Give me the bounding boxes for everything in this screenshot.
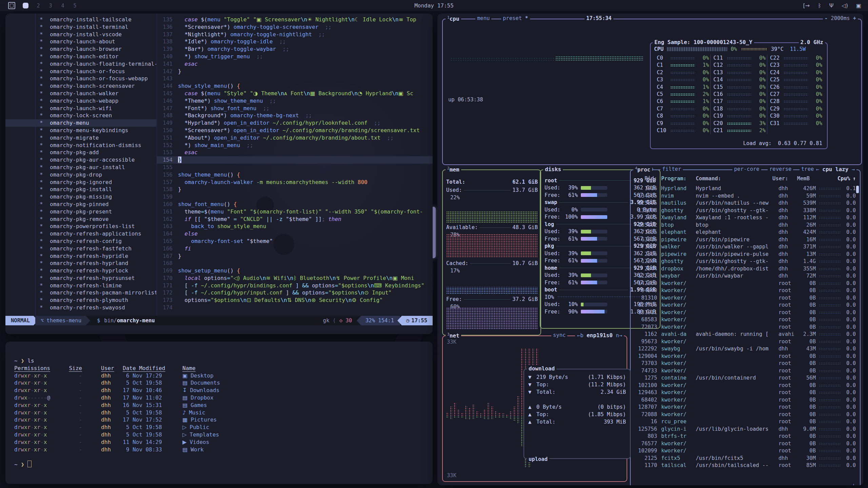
file-item[interactable]: *omarchy-refresh-swayosd xyxy=(5,304,156,311)
process-row[interactable]: 135162btopbtopdhh26M0.0 xyxy=(635,222,856,229)
process-row[interactable]: 74733kworker/root0B0.0 xyxy=(635,367,856,375)
file-item[interactable]: *omarchy-migrate xyxy=(5,134,156,142)
file-item[interactable]: *omarchy-launch-wifi xyxy=(5,105,156,112)
memory-box-title[interactable]: 2mem xyxy=(446,166,461,173)
file-item[interactable]: *omarchy-pkg-aur-accessible xyxy=(5,156,156,164)
file-item[interactable]: *omarchy-refresh-pacman-mirrorlist xyxy=(5,289,156,297)
file-item[interactable]: *omarchy-launch-or-focus-webapp xyxy=(5,75,156,82)
process-row[interactable]: 16rcu_preeroot0B0.0 xyxy=(635,418,856,426)
menu-button[interactable]: menu xyxy=(475,15,491,21)
file-item[interactable]: *omarchy-pkg-aur-install xyxy=(5,164,156,171)
network-icon[interactable]: Ψ xyxy=(829,2,834,9)
file-item[interactable]: *omarchy-pkg-install xyxy=(5,186,156,193)
file-item[interactable]: *omarchy-powerprofiles-list xyxy=(5,223,156,230)
process-row[interactable]: 129004kworker/root0B0.0 xyxy=(635,353,856,360)
process-row[interactable]: 68583kworker/root0B0.0 xyxy=(635,316,856,324)
process-row[interactable]: 72073kworker/root0B0.0 xyxy=(635,324,856,331)
volume-icon[interactable]: ◁) xyxy=(842,2,848,9)
file-item[interactable]: *omarchy-install-tailscale xyxy=(5,16,156,23)
workspace-2[interactable]: 2 xyxy=(36,3,41,9)
net-sync-button[interactable]: sync xyxy=(551,332,567,338)
file-item[interactable]: *omarchy-launch-editor xyxy=(5,53,156,60)
workspace-3[interactable]: 3 xyxy=(48,3,53,9)
workspace-5[interactable]: 5 xyxy=(73,3,77,9)
process-row[interactable]: 122301waybar/usr/bin/waybardhh72M0.0 xyxy=(635,272,856,280)
scroll-down-arrow[interactable]: ↓ xyxy=(852,482,855,485)
process-row[interactable]: 63816pipewire/usr/bin/pipewiredhh16M0.0 xyxy=(635,236,856,244)
process-row[interactable]: 71835elephantelephantdhh424M0.0 xyxy=(635,229,856,236)
file-item[interactable]: *omarchy-pkg-missing xyxy=(5,193,156,201)
network-box-title[interactable]: 3net xyxy=(446,332,461,339)
process-row[interactable]: 102099kworker/root0B0.0 xyxy=(635,447,856,455)
process-row[interactable]: 142360kworker/root0B0.0 xyxy=(635,280,856,287)
update-interval[interactable]: - 2000ms + xyxy=(823,15,858,21)
logout-icon[interactable]: [→ xyxy=(803,2,810,9)
process-row[interactable]: 2125fcitx5/usr/bin/fcitx5dhh30M0.0 xyxy=(635,455,856,462)
file-item[interactable]: *omarchy-refresh-plymouth xyxy=(5,297,156,304)
process-row[interactable]: 73703kworker/root0B0.0 xyxy=(635,360,856,367)
process-row[interactable]: 803btrfs-trroot0B0.0 xyxy=(635,433,856,440)
file-item[interactable]: *omarchy-launch-webapp xyxy=(5,97,156,105)
process-row[interactable]: 1275containe/usr/bin/containerdroot56M0.… xyxy=(635,374,856,382)
file-item[interactable]: *omarchy-menu-keybindings xyxy=(5,127,156,134)
file-item[interactable]: *omarchy-launch-floating-terminal- xyxy=(5,60,156,68)
file-item[interactable]: *omarchy-lock-screen xyxy=(5,112,156,119)
file-item[interactable]: *omarchy-pkg-drop xyxy=(5,171,156,179)
process-row[interactable]: 128706kworker/root0B0.0 xyxy=(635,302,856,309)
process-row[interactable]: 134565nvimnvim --embed .dhh59M0.0 xyxy=(635,192,856,200)
cpu-box-title[interactable]: 1cpu xyxy=(446,15,461,22)
file-item[interactable]: *omarchy-refresh-hyprlock xyxy=(5,267,156,274)
screen-capture-icon[interactable] xyxy=(8,2,15,9)
file-item[interactable]: *omarchy-launch-screensaver xyxy=(5,82,156,90)
process-row[interactable]: 102100kworker/root0B0.0 xyxy=(635,382,856,389)
file-item[interactable]: *omarchy-pkg-add xyxy=(5,149,156,156)
process-row[interactable]: 94540kworker/root0B0.0 xyxy=(635,287,856,294)
filter-button[interactable]: filter xyxy=(660,166,683,172)
file-item[interactable]: *omarchy-pkg-present xyxy=(5,208,156,216)
bluetooth-icon[interactable]: ᛒ xyxy=(818,2,821,9)
process-row[interactable]: 2544dropbox/home/dhh/.dropbox-distdhh355… xyxy=(635,265,856,273)
sort-selector[interactable]: ← cpu lazy → xyxy=(814,166,856,172)
file-item[interactable]: *omarchy-refresh-applications xyxy=(5,230,156,238)
process-row[interactable]: 129463kworker/root0B0.0 xyxy=(635,389,856,396)
process-scrollbar[interactable] xyxy=(856,186,859,193)
process-row[interactable]: 71837walker/usr/bin/walker --gappldhh371… xyxy=(635,243,856,251)
process-row[interactable]: 2075XwaylandXwayland :1 -rootless -dhh11… xyxy=(635,214,856,222)
file-item[interactable]: *omarchy-install-terminal xyxy=(5,23,156,31)
process-row[interactable]: 72088kworker/root0B0.0 xyxy=(635,411,856,419)
tree-button[interactable]: tree xyxy=(800,166,815,172)
process-row[interactable]: 68402kworker/root0B0.0 xyxy=(635,396,856,404)
process-row[interactable]: 1916HyprlandHyprlanddhh426M0.1 xyxy=(635,185,856,192)
file-item[interactable]: *omarchy-refresh-config xyxy=(5,238,156,245)
file-item[interactable]: *omarchy-refresh-hypridle xyxy=(5,252,156,260)
process-row[interactable]: 12244ghostty/usr/bin/ghostty --gtk-dhh1.… xyxy=(635,258,856,265)
file-item[interactable]: *omarchy-refresh-limine xyxy=(5,282,156,289)
process-row[interactable]: 81310kworker/root0B0.0 xyxy=(635,294,856,302)
file-item[interactable]: *omarchy-launch-browser xyxy=(5,45,156,53)
file-item[interactable]: *omarchy-refresh-hyprsunset xyxy=(5,274,156,282)
prompt-line-active[interactable]: ~❯ xyxy=(14,461,433,468)
file-item[interactable]: *omarchy-pkg-ignored xyxy=(5,179,156,186)
file-item[interactable]: *omarchy-refresh-hyprland xyxy=(5,260,156,267)
workspace-1-active[interactable] xyxy=(23,3,28,8)
process-row[interactable]: 1162avahi-daavahi-daemon: running [avahi… xyxy=(635,331,856,338)
file-item[interactable]: *omarchy-install-vscode xyxy=(5,31,156,38)
file-item[interactable]: *omarchy-notification-dismiss xyxy=(5,142,156,149)
process-row[interactable]: 125505nautilus/usr/bin/nautilus --newdhh… xyxy=(635,200,856,207)
file-item[interactable]: *omarchy-launch-or-focus xyxy=(5,68,156,75)
net-interface[interactable]: ←b enp191s0 n→ xyxy=(575,332,624,339)
file-item[interactable]: *omarchy-pkg-remove xyxy=(5,216,156,223)
workspace-4[interactable]: 4 xyxy=(60,3,65,9)
reverse-button[interactable]: reverse xyxy=(768,166,793,172)
file-item[interactable]: *omarchy-refresh-fastfetch xyxy=(5,245,156,252)
process-row[interactable]: 95673kworker/root0B0.0 xyxy=(635,338,856,346)
process-row[interactable]: 131911kworker/root0B0.0 xyxy=(635,309,856,317)
process-row[interactable]: 1170tailscal/usr/sbin/tailscaled --root8… xyxy=(635,462,856,469)
per-core-button[interactable]: per-core xyxy=(732,166,761,172)
file-item[interactable]: *omarchy-menu xyxy=(5,119,156,127)
file-item[interactable]: *omarchy-pkg-pinned xyxy=(5,201,156,208)
process-row[interactable]: 2506pipewire/usr/bin/pipewire-pulsedhh13… xyxy=(635,251,856,258)
process-row[interactable]: 125756glycin-i/usr/lib/glycin-loadersdhh… xyxy=(635,426,856,433)
chip-icon[interactable]: ▣ xyxy=(856,2,861,9)
preset-button[interactable]: preset * xyxy=(501,15,530,21)
